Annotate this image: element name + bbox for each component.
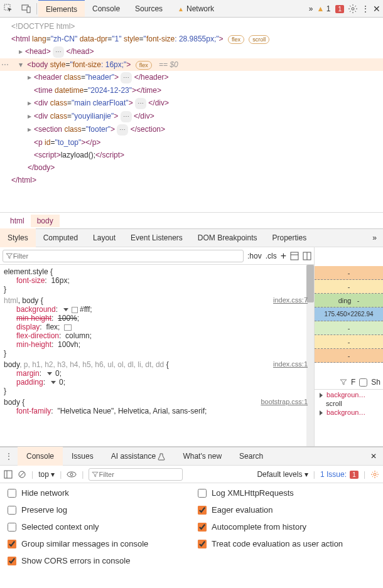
hov-toggle[interactable]: :hov <box>247 252 262 260</box>
ellipsis-icon[interactable]: ⋯ <box>53 46 64 58</box>
expand-arrow[interactable]: ▸ <box>28 72 34 83</box>
crumb-body[interactable]: body <box>31 215 60 227</box>
console-sidebar-icon[interactable] <box>4 470 13 479</box>
tab-properties[interactable]: Properties <box>265 228 315 247</box>
flex-icon[interactable] <box>64 324 72 331</box>
drawer-tab-search[interactable]: Search <box>230 447 272 466</box>
pill-flex[interactable]: flex <box>136 61 152 70</box>
new-rule-icon[interactable]: + <box>281 250 286 262</box>
console-ref: == $0 <box>159 60 178 69</box>
tab-computed[interactable]: Computed <box>36 228 85 247</box>
source-link[interactable]: index.css:1 <box>273 360 308 368</box>
log-levels[interactable]: Default levels ▾ <box>257 470 308 479</box>
error-badge[interactable]: 1 <box>334 4 344 13</box>
doctype[interactable]: <!DOCTYPE html> <box>11 22 75 31</box>
kebab-icon[interactable]: ⋮ <box>362 4 369 13</box>
console-filter-input[interactable] <box>99 471 180 478</box>
styles-filter[interactable] <box>3 250 244 262</box>
svg-rect-4 <box>291 252 298 260</box>
computed-prop[interactable]: backgroun… <box>315 407 383 417</box>
setting-cors-errors[interactable]: Show CORS errors in console <box>8 556 185 565</box>
color-swatch[interactable] <box>72 307 78 313</box>
device-toggle-icon[interactable] <box>18 0 35 18</box>
clear-console-icon[interactable] <box>18 470 26 479</box>
svg-point-12 <box>67 472 76 477</box>
console-filter[interactable] <box>89 468 183 481</box>
more-tabs-icon[interactable]: » <box>309 4 313 13</box>
setting-hide-network[interactable]: Hide network <box>8 488 185 498</box>
filter-icon <box>6 252 13 260</box>
setting-group-similar[interactable]: Group similar messages in console <box>8 539 185 548</box>
tab-sources[interactable]: Sources <box>127 0 170 18</box>
computed-prop[interactable]: backgroun… <box>315 390 383 400</box>
console-settings-panel: Hide network Preserve log Selected conte… <box>0 483 383 570</box>
source-link[interactable]: index.css:7 <box>273 296 308 304</box>
separator <box>36 3 37 14</box>
style-rule[interactable]: index.css:1 body, p, h1, h2, h3, h4, h5,… <box>4 360 310 395</box>
svg-point-3 <box>352 8 354 10</box>
show-all-checkbox[interactable] <box>359 378 367 387</box>
context-selector[interactable]: top ▾ <box>38 470 55 479</box>
computed-list[interactable]: backgroun… scroll backgroun… <box>315 390 383 446</box>
flask-icon <box>158 453 165 461</box>
style-rule[interactable]: bootstrap.css:1 body { font-family: "Hel… <box>4 398 310 415</box>
computed-sidebar: - - ding - 175.450×2262.94 - - - F Sh ba… <box>314 247 383 446</box>
tab-dom-breakpoints[interactable]: DOM Breakpoints <box>190 228 265 247</box>
console-settings-icon[interactable] <box>370 470 379 479</box>
setting-log-xhr[interactable]: Log XMLHttpRequests <box>198 488 375 498</box>
drawer-tab-console[interactable]: Console <box>18 447 63 466</box>
computed-toggle-icon[interactable] <box>290 252 299 260</box>
pill-scroll[interactable]: scroll <box>249 35 269 44</box>
close-icon[interactable]: ✕ <box>373 4 380 14</box>
drawer-close-icon[interactable]: ✕ <box>364 452 383 461</box>
source-link[interactable]: bootstrap.css:1 <box>261 398 308 405</box>
drawer-tab-ai[interactable]: AI assistance <box>102 447 175 466</box>
layout-toggle-icon[interactable] <box>303 252 311 260</box>
filter-icon[interactable] <box>340 378 347 386</box>
styles-toolbar: :hov .cls + <box>0 247 314 265</box>
more-tabs-icon[interactable]: » <box>366 233 383 242</box>
tab-layout[interactable]: Layout <box>85 228 123 247</box>
warning-badge[interactable]: ▲ 1 <box>317 4 331 13</box>
style-rule[interactable]: element.style { font-size: 16px; } <box>4 267 310 294</box>
svg-point-14 <box>374 473 376 476</box>
styles-area: :hov .cls + element.style { font-size: 1… <box>0 247 383 447</box>
setting-eager-eval[interactable]: Eager evaluation <box>198 505 375 515</box>
pill-flex[interactable]: flex <box>228 35 244 44</box>
expand-arrow[interactable]: ▾ <box>19 59 25 70</box>
styles-tabbar: Styles Computed Layout Event Listeners D… <box>0 228 383 247</box>
live-expression-icon[interactable] <box>67 470 77 479</box>
styles-list[interactable]: element.style { font-size: 16px; } index… <box>0 265 314 446</box>
dom-tree[interactable]: <!DOCTYPE html> <html lang="zh-CN" data-… <box>0 18 383 212</box>
expand-icon[interactable] <box>63 308 68 311</box>
drawer-tab-whatsnew[interactable]: What's new <box>174 447 230 466</box>
inspect-icon[interactable] <box>0 0 18 18</box>
style-rule[interactable]: index.css:7 html, body { background: #ff… <box>4 296 310 358</box>
tab-styles[interactable]: Styles <box>0 228 36 247</box>
setting-preserve-log[interactable]: Preserve log <box>8 505 185 515</box>
drawer-tabbar: ⋮ Console Issues AI assistance What's ne… <box>0 447 383 466</box>
tab-elements[interactable]: Elements <box>38 0 85 17</box>
drawer-tab-issues[interactable]: Issues <box>63 447 102 466</box>
filter-icon <box>92 471 99 478</box>
crumb-html[interactable]: html <box>4 215 31 227</box>
styles-filter-input[interactable] <box>13 252 240 260</box>
breadcrumb: html body <box>0 212 383 228</box>
main-toolbar: Elements Console Sources Network » ▲ 1 1… <box>0 0 383 18</box>
tab-console[interactable]: Console <box>85 0 127 18</box>
settings-icon[interactable] <box>348 4 358 14</box>
cls-toggle[interactable]: .cls <box>266 252 277 260</box>
svg-rect-2 <box>27 7 30 13</box>
console-toolbar: | top ▾ | | Default levels ▾ | 1 Issue: … <box>0 466 383 483</box>
tab-network[interactable]: Network <box>170 0 222 18</box>
issues-link[interactable]: 1 Issue: 1 <box>320 470 359 479</box>
setting-user-action[interactable]: Treat code evaluation as user action <box>198 539 375 548</box>
box-model[interactable]: - - ding - 175.450×2262.94 - - - <box>315 247 383 363</box>
setting-selected-context[interactable]: Selected context only <box>8 522 185 532</box>
computed-filter-bar: F Sh <box>315 375 383 390</box>
setting-autocomplete[interactable]: Autocomplete from history <box>198 522 375 532</box>
tab-event-listeners[interactable]: Event Listeners <box>123 228 190 247</box>
selected-marker: ⋯ <box>1 59 9 70</box>
expand-arrow[interactable]: ▸ <box>19 46 25 57</box>
drawer-menu-icon[interactable]: ⋮ <box>0 452 18 461</box>
